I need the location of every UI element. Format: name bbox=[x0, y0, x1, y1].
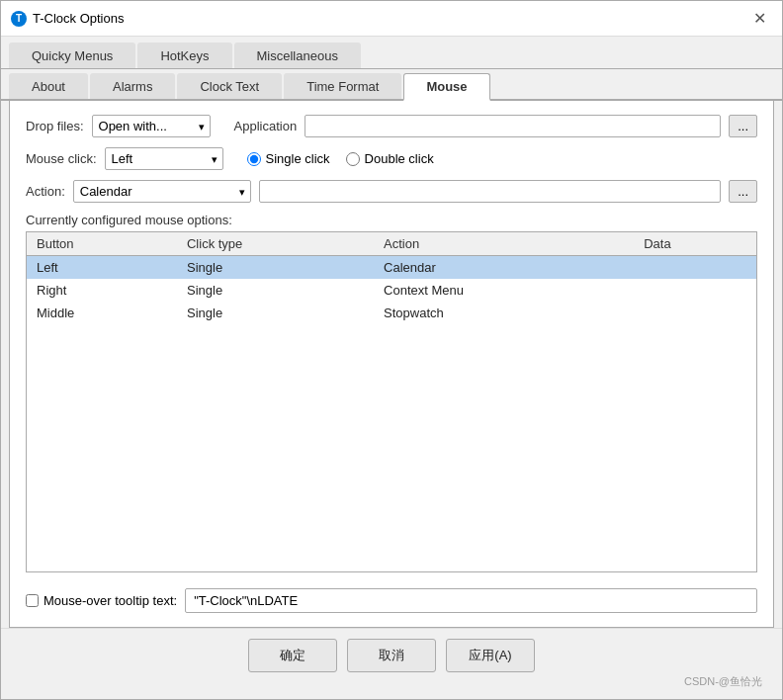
double-click-radio-label[interactable]: Double click bbox=[346, 151, 434, 166]
cancel-button[interactable]: 取消 bbox=[347, 639, 436, 672]
table-row[interactable]: MiddleSingleStopwatch bbox=[27, 302, 756, 324]
content-area: Drop files: Open with... Run Ignore Appl… bbox=[9, 101, 774, 628]
action-row: Action: Calendar Context Menu Stopwatch … bbox=[26, 180, 757, 203]
tab-miscellaneous[interactable]: Miscellaneous bbox=[234, 43, 361, 68]
col-data: Data bbox=[634, 232, 756, 256]
tab-quicky-menus[interactable]: Quicky Menus bbox=[9, 43, 135, 68]
action-select[interactable]: Calendar Context Menu Stopwatch None bbox=[73, 180, 251, 203]
app-icon: T bbox=[11, 11, 27, 27]
main-window: T T-Clock Options ✕ Quicky Menus HotKeys… bbox=[0, 0, 783, 700]
col-action: Action bbox=[374, 232, 634, 256]
tooltip-checkbox[interactable] bbox=[26, 594, 39, 607]
close-button[interactable]: ✕ bbox=[747, 7, 772, 30]
tab-time-format[interactable]: Time Format bbox=[284, 73, 401, 99]
click-type-group: Single click Double click bbox=[247, 151, 434, 166]
drop-files-select[interactable]: Open with... Run Ignore bbox=[92, 115, 211, 137]
tooltip-label: Mouse-over tooltip text: bbox=[44, 593, 177, 608]
single-click-label: Single click bbox=[266, 151, 330, 166]
col-button: Button bbox=[27, 232, 177, 256]
table-row[interactable]: RightSingleContext Menu bbox=[27, 279, 756, 302]
mouse-click-select[interactable]: Left Right Middle bbox=[105, 147, 223, 170]
mouse-options-table-wrapper: Button Click type Action Data LeftSingle… bbox=[26, 231, 757, 572]
single-click-radio[interactable] bbox=[247, 152, 261, 166]
table-row[interactable]: LeftSingleCalendar bbox=[27, 256, 756, 280]
tab-alarms[interactable]: Alarms bbox=[90, 73, 175, 99]
single-click-radio-label[interactable]: Single click bbox=[247, 151, 330, 166]
action-select-wrapper: Calendar Context Menu Stopwatch None bbox=[73, 180, 251, 203]
application-input[interactable] bbox=[304, 115, 721, 137]
drop-files-select-wrapper: Open with... Run Ignore bbox=[92, 115, 211, 137]
double-click-label: Double click bbox=[365, 151, 434, 166]
mouse-click-row: Mouse click: Left Right Middle Single cl… bbox=[26, 147, 757, 170]
action-label: Action: bbox=[26, 184, 65, 199]
tab-clock-text[interactable]: Clock Text bbox=[177, 73, 282, 99]
mouse-click-label: Mouse click: bbox=[26, 151, 97, 166]
tooltip-text-input[interactable] bbox=[185, 588, 757, 613]
action-browse-button[interactable]: ... bbox=[729, 180, 757, 203]
table-section: Currently configured mouse options: Butt… bbox=[26, 213, 757, 572]
col-click-type: Click type bbox=[177, 232, 374, 256]
tab-mouse[interactable]: Mouse bbox=[403, 73, 489, 101]
table-description: Currently configured mouse options: bbox=[26, 213, 757, 227]
application-browse-button[interactable]: ... bbox=[729, 115, 757, 137]
title-bar: T T-Clock Options ✕ bbox=[1, 1, 782, 37]
tooltip-checkbox-label[interactable]: Mouse-over tooltip text: bbox=[26, 593, 177, 608]
mouse-click-select-wrapper: Left Right Middle bbox=[105, 147, 223, 170]
table-header-row: Button Click type Action Data bbox=[27, 232, 756, 256]
application-label: Application bbox=[234, 119, 298, 133]
drop-files-row: Drop files: Open with... Run Ignore Appl… bbox=[26, 115, 757, 137]
window-title: T-Clock Options bbox=[33, 11, 747, 26]
tab-about[interactable]: About bbox=[9, 73, 88, 99]
action-data-input[interactable] bbox=[259, 180, 721, 203]
top-tab-bar: Quicky Menus HotKeys Miscellaneous bbox=[1, 37, 782, 69]
drop-files-label: Drop files: bbox=[26, 119, 84, 133]
tooltip-row: Mouse-over tooltip text: bbox=[26, 588, 757, 613]
watermark: CSDN-@鱼恰光 bbox=[0, 674, 762, 689]
tab-hotkeys[interactable]: HotKeys bbox=[137, 43, 231, 68]
mouse-options-table: Button Click type Action Data LeftSingle… bbox=[27, 232, 756, 324]
bottom-tab-bar: About Alarms Clock Text Time Format Mous… bbox=[1, 69, 782, 101]
confirm-button[interactable]: 确定 bbox=[248, 639, 337, 672]
apply-button[interactable]: 应用(A) bbox=[446, 639, 535, 672]
double-click-radio[interactable] bbox=[346, 152, 360, 166]
